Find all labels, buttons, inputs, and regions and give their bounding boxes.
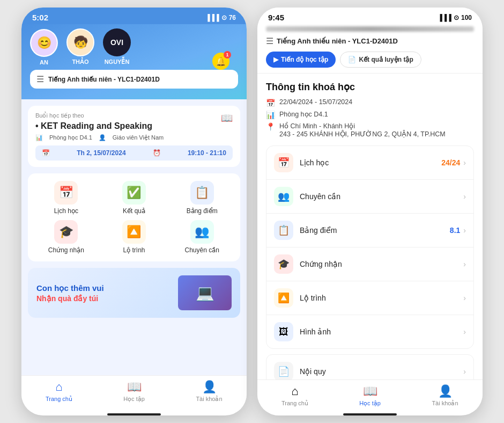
lesson-time: 19:10 - 21:10 [188,149,226,157]
menu-row-lo-trinh[interactable]: 🔼 Lộ trình › [266,281,473,315]
quick-label-lo-trinh: Lộ trình [123,246,145,254]
info-date: 📅 22/04/2024 - 15/07/2024 [266,98,474,107]
menu-row-hinh-anh[interactable]: 🖼 Hình ảnh › [266,315,473,348]
phone2-title-row: ☰ Tiếng Anh thiếu niên - YLC1-D2401D [266,36,474,46]
course-name-1: Tiếng Anh thiếu niên - YLC1-D2401D [48,76,160,83]
quick-item-bang-diem[interactable]: 📋 Bảng điểm [168,181,236,215]
chevron-lich-hoc: › [463,158,466,167]
banner-image: 💻 [178,275,232,310]
hamburger-icon: ☰ [36,74,44,84]
avatar-an[interactable]: 😊 AN [30,29,58,65]
time-2: 9:45 [268,13,284,22]
nav-hoc-tap-1[interactable]: 📖 Học tập [97,380,172,403]
chevron-hinh-anh: › [463,327,466,336]
blurred-name [266,26,474,32]
quick-icon-lo-trinh: 🔼 [122,220,146,244]
quick-label-bang-diem: Bảng điểm [187,207,218,215]
play-icon: ▶ [273,56,278,63]
menu-row-lich-hoc[interactable]: 📅 Lịch học 24/24 › [266,146,473,180]
nav-trang-chu-2[interactable]: ⌂ Trang chủ [257,384,332,407]
info-rows: 📅 22/04/2024 - 15/07/2024 📊 Phòng học D4… [266,98,474,138]
nav-label-trang-chu-1: Trang chủ [46,396,72,403]
phone2-header: ☰ Tiếng Anh thiếu niên - YLC1-D2401D ▶ T… [257,24,483,74]
hamburger-icon-2: ☰ [266,36,273,46]
avatar-label-nguyen: NGUYỄN [105,59,130,65]
banner-subtitle: Nhận quà đầy túi [36,294,104,303]
lesson-meta: 📊 Phòng học D4.1 👤 Giáo viên Việt Nam [35,134,233,141]
avatar-thao[interactable]: 🧒 THẢO [66,28,94,65]
home-bar-1 [107,413,161,415]
menu-row-bang-diem[interactable]: 📋 Bảng điểm 8.1 › [266,214,473,247]
next-lesson-label: Buổi học tiếp theo [35,112,233,119]
nav-label-hoc-tap-2: Học tập [359,400,381,407]
pin-icon: 📍 [266,122,275,131]
chevron-lo-trinh: › [463,294,466,302]
tab-results[interactable]: 📄 Kết quả luyện tập [340,52,421,68]
tab-progress[interactable]: ▶ Tiến độ học tập [266,52,336,68]
quick-item-lo-trinh[interactable]: 🔼 Lộ trình [100,220,168,254]
menu-icon-hinh-anh: 🖼 [274,322,293,341]
room-label: Phòng học D4.1 [49,134,92,141]
cal-icon: 📅 [42,149,50,157]
menu-label-hinh-anh: Hình ảnh [300,327,463,336]
nav-tai-khoan-1[interactable]: 👤 Tài khoản [172,380,247,403]
quick-item-lich-hoc[interactable]: 📅 Lịch học [32,181,100,215]
avatar-nguyen[interactable]: OVI NGUYỄN [103,28,131,65]
quick-item-chuyen-can[interactable]: 👥 Chuyên cần [168,220,236,254]
doc-icon: 📄 [348,56,356,63]
nav-label-tai-khoan-2: Tài khoản [432,400,458,407]
menu-row-noi-quy[interactable]: 📄 Nội quy › [266,354,474,380]
account-icon-1: 👤 [202,380,217,394]
menu-label-chung-nhan: Chứng nhận [300,260,463,268]
quick-grid: 📅 Lịch học ✅ Kết quả 📋 Bảng điểm 🎓 Chứng… [32,181,236,254]
phone1-body: 📖 Buổi học tiếp theo • KET Reading and S… [21,99,247,375]
lesson-date-row: 📅 Th 2, 15/07/2024 ⏰ 19:10 - 21:10 [35,145,233,161]
quick-icon-ket-qua: ✅ [122,181,146,205]
home-icon-2: ⌂ [291,384,298,398]
bell-badge: 1 [224,51,231,59]
quick-label-chuyen-can: Chuyên cần [184,246,219,254]
study-icon-1: 📖 [127,380,142,394]
menu-icon-chuyen-can: 👥 [274,187,293,206]
promo-banner[interactable]: Con học thêm vui Nhận quà đầy túi 💻 [28,268,240,318]
room-icon-2: 📊 [266,111,275,119]
quick-icon-chuyen-can: 👥 [190,220,214,244]
bottom-nav-2: ⌂ Trang chủ 📖 Học tập 👤 Tài khoản [257,380,483,411]
lesson-date: Th 2, 15/07/2024 [77,149,125,157]
menu-label-chuyen-can: Chuyên cần [300,192,463,201]
chevron-noi-quy: › [463,367,466,376]
phone1-header: 😊 AN 🧒 THẢO OVI NGUYỄN 🔔 1 ☰ Tiến [21,24,247,99]
menu-label-lich-hoc: Lịch học [300,158,441,167]
nav-label-tai-khoan-1: Tài khoản [196,396,222,403]
menu-icon-noi-quy: 📄 [274,362,293,380]
study-icon-2: 📖 [363,384,377,398]
menu-row-chung-nhan[interactable]: 🎓 Chứng nhận › [266,247,473,281]
next-lesson-card: 📖 Buổi học tiếp theo • KET Reading and S… [28,106,240,167]
quick-icon-chung-nhan: 🎓 [54,220,78,244]
quick-label-ket-qua: Kết quả [123,207,145,215]
course-card-1[interactable]: ☰ Tiếng Anh thiếu niên - YLC1-D2401D [30,70,238,89]
book-icon: 📖 [221,112,233,124]
info-room-text: Phòng học D4.1 [279,110,328,118]
signal-icon-2: ▐▐▐ [438,14,451,21]
menu-icon-chung-nhan: 🎓 [274,254,293,274]
nav-tai-khoan-2[interactable]: 👤 Tài khoản [407,384,483,407]
nav-trang-chu-1[interactable]: ⌂ Trang chủ [21,380,97,403]
clock-icon: ⏰ [153,149,161,157]
menu-icon-lich-hoc: 📅 [274,153,293,172]
time-1: 5:02 [32,13,48,22]
banner-text: Con học thêm vui Nhận quà đầy túi [36,283,104,303]
bell-button[interactable]: 🔔 1 [212,53,229,70]
quick-item-chung-nhan[interactable]: 🎓 Chứng nhận [32,220,100,254]
section-title-2: Thông tin khoá học [266,81,474,93]
menu-row-chuyen-can[interactable]: 👥 Chuyên cần › [266,180,473,214]
status-icons-2: ▐▐▐ ⊙ 100 [438,14,472,21]
nav-hoc-tap-2[interactable]: 📖 Học tập [332,384,407,407]
quick-icon-lich-hoc: 📅 [54,181,78,205]
menu-value-lich-hoc: 24/24 [441,158,460,167]
status-bar-1: 5:02 ▐▐▐ ⊙ 76 [21,8,247,24]
wifi-icon: ⊙ [221,14,227,21]
lesson-title: • KET Reading and Speaking [35,121,233,131]
quick-item-ket-qua[interactable]: ✅ Kết quả [100,181,168,215]
nav-label-trang-chu-2: Trang chủ [281,400,308,407]
